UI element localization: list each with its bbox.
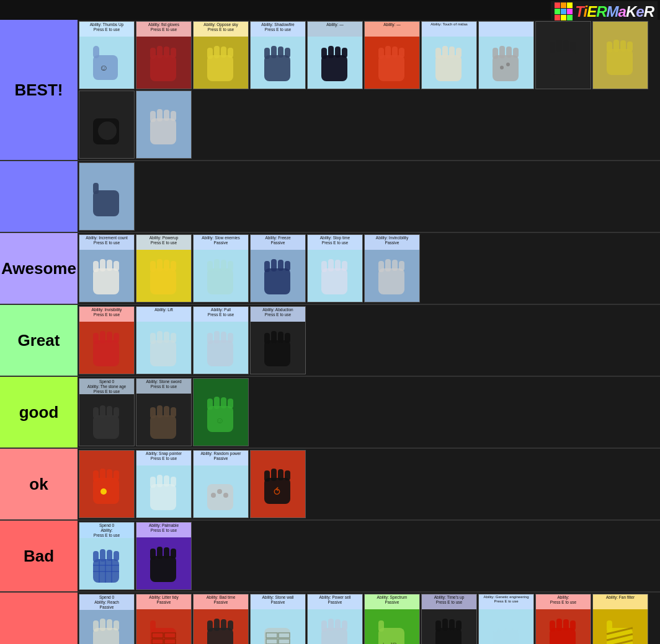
svg-rect-146 (93, 559, 119, 583)
svg-rect-101 (214, 331, 220, 343)
svg-rect-92 (107, 332, 112, 343)
tier-label-trash: TRASH (0, 593, 78, 644)
svg-rect-48 (620, 40, 626, 51)
list-item: Ability: Random powerPassive (193, 450, 249, 518)
svg-rect-34 (493, 48, 498, 59)
tier-content-good: Spend 0Ability: The stone agePress E to … (78, 377, 660, 448)
svg-rect-27 (399, 48, 404, 58)
svg-rect-44 (570, 42, 576, 51)
svg-rect-103 (228, 333, 233, 343)
svg-rect-14 (264, 48, 270, 59)
svg-rect-174 (214, 619, 220, 631)
tier-label-best: BEST! (0, 20, 78, 160)
list-item: Ability: Litter tidyPassive (136, 594, 192, 644)
svg-rect-135 (171, 477, 176, 487)
svg-rect-8 (207, 55, 233, 81)
svg-rect-147 (93, 551, 99, 562)
svg-rect-86 (385, 259, 391, 271)
svg-rect-72 (221, 260, 226, 271)
list-item: Ability: Oppose skyPress E to use (193, 21, 249, 89)
svg-rect-110 (93, 407, 99, 418)
svg-rect-159 (164, 547, 169, 558)
list-item: ☺ (193, 378, 249, 446)
svg-rect-94 (150, 340, 176, 366)
svg-rect-73 (228, 261, 233, 271)
list-item: Ability: Stop timePress E to use (307, 234, 363, 302)
svg-rect-52 (150, 118, 176, 144)
svg-rect-46 (607, 42, 612, 53)
svg-rect-196 (493, 620, 498, 632)
svg-rect-97 (164, 332, 169, 343)
svg-rect-66 (157, 259, 163, 271)
list-item: Ability: Thumbs UpPress E to use ☺ (79, 21, 135, 89)
svg-rect-184 (328, 619, 334, 631)
svg-rect-117 (164, 406, 169, 417)
svg-rect-63 (114, 261, 119, 271)
list-item: Ability: Increment countPress E to use (79, 234, 135, 302)
svg-rect-56 (171, 111, 176, 121)
svg-rect-191 (435, 620, 441, 632)
svg-rect-67 (164, 260, 169, 271)
svg-rect-79 (321, 268, 347, 294)
svg-rect-1 (93, 46, 99, 58)
svg-rect-84 (378, 268, 404, 294)
svg-rect-26 (392, 46, 398, 58)
svg-rect-186 (342, 620, 347, 630)
list-item (79, 90, 135, 159)
tier-label-best2 (0, 161, 78, 232)
svg-rect-105 (264, 333, 270, 344)
svg-point-51 (98, 121, 117, 140)
svg-rect-18 (321, 55, 347, 81)
tier-content-best2 (78, 161, 660, 232)
list-item: ⥀ (250, 450, 306, 518)
svg-rect-126 (93, 470, 99, 482)
svg-rect-80 (321, 261, 327, 272)
list-item: Ability: PullPress E to use (193, 306, 249, 374)
svg-rect-87 (392, 260, 398, 271)
svg-rect-176 (228, 620, 233, 630)
list-item: Ability: PalmablePress E to use (136, 522, 192, 590)
svg-rect-3 (150, 55, 176, 81)
svg-rect-107 (278, 332, 283, 343)
svg-point-39 (506, 63, 510, 66)
svg-rect-100 (207, 333, 213, 344)
svg-rect-83 (342, 261, 347, 271)
svg-rect-114 (150, 415, 176, 439)
svg-point-139 (223, 493, 228, 498)
svg-rect-93 (114, 333, 119, 343)
tier-label-ok: ok (0, 449, 78, 519)
svg-rect-116 (157, 405, 163, 418)
svg-rect-6 (164, 46, 169, 58)
list-item: Ability: fist glovesPress E to use (136, 21, 192, 89)
tier-label-bad: Bad (0, 521, 78, 591)
list-item: Ability: Genetic engineeringPress E to u… (478, 594, 534, 644)
svg-rect-121 (214, 397, 220, 409)
list-item: Spend 0Ability: The stone agePress E to … (79, 378, 135, 446)
list-item: Ability: — (307, 21, 363, 89)
svg-rect-54 (157, 109, 163, 121)
svg-rect-24 (378, 48, 384, 59)
svg-rect-82 (335, 260, 341, 271)
svg-rect-183 (321, 620, 327, 632)
svg-rect-98 (171, 333, 176, 343)
list-item: Ability: Snap pointerPress E to use (136, 450, 192, 518)
svg-rect-47 (613, 40, 619, 52)
svg-rect-90 (93, 333, 99, 344)
svg-rect-202 (556, 619, 562, 631)
svg-rect-31 (449, 46, 455, 58)
svg-rect-12 (228, 48, 233, 58)
tier-content-bad: Spend 0Ability:Press E to use Ability: P… (78, 521, 660, 591)
svg-rect-144 (285, 470, 290, 480)
list-item: Spend 0Ability: ReachPassive (79, 594, 135, 644)
list-item (136, 90, 192, 159)
svg-rect-99 (207, 340, 233, 366)
svg-rect-71 (214, 259, 220, 271)
svg-rect-58 (93, 183, 99, 194)
svg-rect-109 (93, 415, 119, 439)
list-item: Ability: InvincibilityPassive (364, 234, 420, 302)
svg-rect-192 (442, 619, 448, 631)
svg-rect-128 (107, 469, 112, 480)
svg-rect-42 (556, 40, 562, 52)
svg-rect-23 (378, 55, 404, 81)
svg-rect-175 (221, 619, 226, 630)
